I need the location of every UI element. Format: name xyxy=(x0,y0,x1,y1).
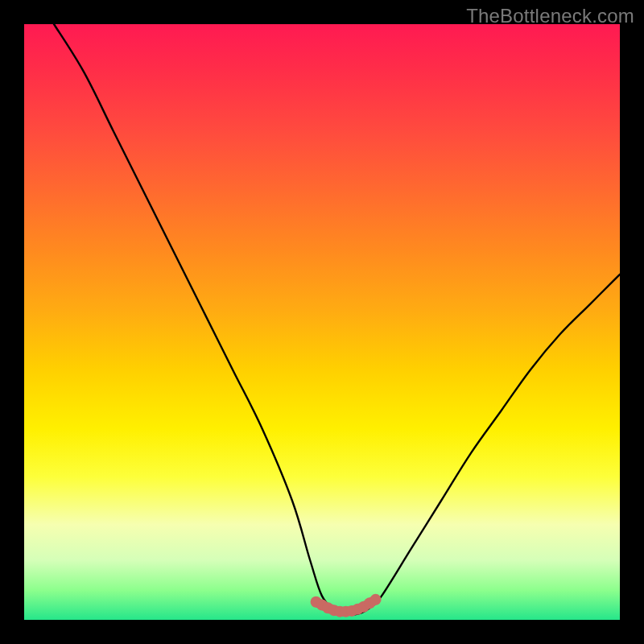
plot-area xyxy=(24,24,620,620)
chart-frame: TheBottleneck.com xyxy=(0,0,644,644)
optimal-band-markers xyxy=(311,594,382,617)
curve-svg xyxy=(24,24,620,620)
bottleneck-curve xyxy=(54,24,620,615)
optimal-band-dot xyxy=(370,594,382,605)
